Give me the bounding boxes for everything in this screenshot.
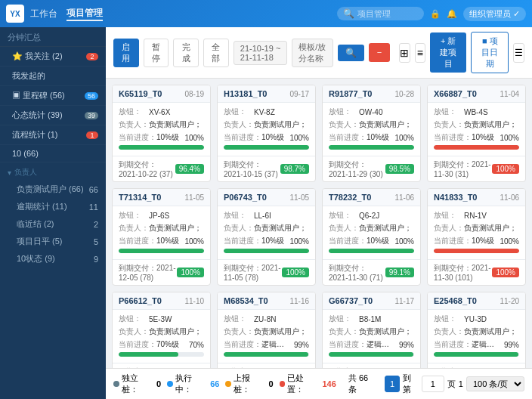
type-label: 放钮：: [119, 107, 149, 117]
progress-bar-fill: [434, 352, 518, 357]
type-value: WB-4S: [464, 108, 519, 116]
add-project-button[interactable]: + 新建项目: [430, 32, 466, 73]
owner-label: 负责人：: [119, 326, 149, 337]
project-card[interactable]: M68534_T0 11-16 放钮： ZU-8N 负责人： 负责测试用户； 当…: [217, 292, 316, 368]
owner-label: 负责人：: [329, 326, 359, 337]
status-tag: 100%: [492, 268, 519, 277]
project-card[interactable]: N41833_T0 11-06 放钮： RN-1V 负责人： 负责测试用户； 当…: [427, 188, 526, 286]
owner-value: 负责测试用户；: [254, 119, 309, 130]
more-menu-button[interactable]: ☰: [513, 43, 524, 63]
sidebar-subitem-overdue[interactable]: 逾期统计 (11) 11: [0, 198, 106, 215]
card-id: R91877_T0: [329, 89, 373, 98]
clear-button[interactable]: －: [369, 43, 390, 62]
stat-count-2: 66: [210, 379, 219, 388]
sidebar-item-milestone[interactable]: ▣ 里程碑 (56) 56: [0, 86, 106, 106]
template-select[interactable]: 模板/放分名称: [292, 39, 333, 67]
card-id: P66612_T0: [119, 296, 162, 305]
progress-label: 当前进度：: [329, 339, 367, 350]
tab-paused[interactable]: 暂停: [144, 39, 169, 67]
card-header: K65119_T0 08-19: [113, 85, 210, 103]
tab-active[interactable]: 启用: [113, 39, 139, 67]
card-date: 11-06: [394, 193, 414, 202]
sidebar-subitem-projday[interactable]: 项目日平 (5) 5: [0, 233, 106, 250]
page-btn-1[interactable]: 1: [385, 376, 401, 392]
sidebar-item-label: ⭐ 我关注 (2): [12, 51, 63, 62]
owner-label: 负责人：: [119, 223, 149, 234]
sidebar-subitem-status[interactable]: 10状态 (9) 9: [0, 250, 106, 268]
sidebar-subitem-owner-test[interactable]: 负责测试用户 (66) 66: [0, 181, 106, 198]
date-range[interactable]: 21-10-19 ~ 21-11-18: [234, 41, 288, 65]
progress-label: 当前进度：: [119, 236, 156, 246]
type-label: 放钮：: [434, 314, 464, 324]
progress-value: 10%级: [472, 236, 498, 246]
page-jump-input[interactable]: [422, 376, 444, 392]
sidebar-item-mindstats[interactable]: 心态统计 (39) 39: [0, 106, 106, 125]
footer-date: 到期交付：2021-10-22 (37): [119, 159, 175, 178]
card-header: N41833_T0 11-06: [428, 189, 525, 206]
card-body: 放钮： JP-6S 负责人： 负责测试用户； 当前进度： 10%级 100%: [113, 206, 210, 259]
top-search-input[interactable]: [357, 9, 418, 18]
progress-bar-row: [119, 352, 204, 357]
project-card[interactable]: P06743_T0 11-05 放钮： LL-6I 负责人： 负责测试用户； 当…: [217, 188, 316, 286]
progress-bar-fill: [329, 249, 414, 253]
project-card[interactable]: P66612_T0 11-10 放钮： 5E-3W 负责人： 负责测试用户； 当…: [112, 292, 211, 368]
tab-complete[interactable]: 完成: [173, 39, 199, 67]
top-search-box[interactable]: 🔍: [337, 7, 424, 20]
project-card[interactable]: G66737_T0 11-17 放钮： B8-1M 负责人： 负责测试用户； 当…: [322, 292, 421, 368]
sidebar-item-label: ▣ 里程碑 (56): [12, 90, 65, 101]
project-card[interactable]: K65119_T0 08-19 放钮： XV-6X 负责人： 负责测试用户； 当…: [112, 85, 211, 182]
card-owner-row: 负责人： 负责测试用户；: [224, 223, 309, 234]
owner-label: 负责人：: [224, 223, 254, 234]
nav-workbench[interactable]: 工作台: [30, 8, 57, 20]
card-body: 放钮： LL-6I 负责人： 负责测试用户； 当前进度： 10%级 100%: [218, 206, 315, 259]
sidebar-item-favorites[interactable]: ⭐ 我关注 (2) 2: [0, 47, 106, 66]
card-date: 11-05: [289, 193, 309, 202]
project-card[interactable]: T71314_T0 11-05 放钮： JP-6S 负责人： 负责测试用户； 当…: [112, 188, 211, 286]
progress-bar-fill: [119, 249, 204, 253]
card-body: 放钮： 5E-3W 负责人： 负责测试用户； 当前进度： 70%级 70%: [113, 310, 210, 363]
tab-all[interactable]: 全部: [203, 39, 229, 67]
stat-handled: 已处置： 146: [280, 373, 336, 395]
owner-value: 负责测试用户；: [464, 326, 519, 337]
progress-value: 逻辑变配: [367, 339, 393, 350]
progress-pct: 100%: [183, 237, 204, 246]
type-value: YU-3D: [464, 315, 519, 323]
card-date: 10-28: [394, 90, 414, 98]
toolbar-right: ⊞ ≡ + 新建项目 ■ 项目日期 ☰: [399, 32, 524, 73]
owner-label: 负责人：: [329, 119, 359, 130]
project-card[interactable]: T78232_T0 11-06 放钮： Q6-2J 负责人： 负责测试用户； 当…: [322, 188, 421, 286]
owner-value: 负责测试用户；: [359, 326, 414, 337]
sidebar-item-flowstats[interactable]: 流程统计 (1) 1: [0, 125, 106, 145]
project-day-button[interactable]: ■ 项目日期: [471, 32, 509, 73]
per-page-select[interactable]: 100 条/页 50 条/页 20 条/页: [466, 376, 524, 391]
owner-label: 负责人：: [119, 119, 149, 130]
card-header: T78232_T0 11-06: [323, 189, 420, 206]
search-button[interactable]: 🔍: [338, 45, 364, 61]
card-owner-row: 负责人： 负责测试用户；: [329, 326, 414, 337]
grid-view-icon[interactable]: ⊞: [399, 43, 410, 63]
list-view-icon[interactable]: ≡: [415, 43, 426, 63]
project-card[interactable]: R91877_T0 10-28 放钮： OW-40 负责人： 负责测试用户； 当…: [322, 85, 421, 182]
nav-project-mgmt[interactable]: 项目管理: [66, 7, 103, 21]
sidebar-item-10[interactable]: 10 (66): [0, 145, 106, 162]
progress-value: 10%级: [367, 132, 393, 143]
user-badge[interactable]: 组织管理员 ✓: [463, 7, 526, 21]
owner-label: 负责人：: [434, 326, 464, 337]
sidebar-item-initiated[interactable]: 我发起的: [0, 66, 106, 86]
sidebar-subitem-near[interactable]: 临近结 (2) 2: [0, 215, 106, 233]
sidebar-subbadge-2: 11: [89, 203, 98, 212]
footer-date: 到期交付：2021-11-30 (101): [434, 263, 492, 282]
type-value: 5E-3W: [149, 315, 204, 323]
status-tag: 98.7%: [280, 164, 309, 174]
progress-bar-wrap: [224, 249, 309, 253]
sidebar-item-label: 流程统计 (1): [12, 129, 58, 141]
project-card[interactable]: E25468_T0 11-20 放钮： YU-3D 负责人： 负责测试用户； 当…: [427, 292, 526, 368]
sidebar-item-label: 心态统计 (39): [12, 110, 63, 121]
card-id: G66737_T0: [329, 296, 373, 305]
card-footer: 到期交付：2021-11-30 (31) 100%: [428, 156, 525, 181]
project-card[interactable]: H13181_T0 09-17 放钮： KV-8Z 负责人： 负责测试用户； 当…: [217, 85, 316, 182]
card-header: M68534_T0 11-16: [218, 292, 315, 310]
stat-count-1: 0: [156, 379, 161, 388]
stat-label-1: 独立桩：: [122, 373, 154, 395]
project-card[interactable]: X66887_T0 11-04 放钮： WB-4S 负责人： 负责测试用户； 当…: [427, 85, 526, 182]
